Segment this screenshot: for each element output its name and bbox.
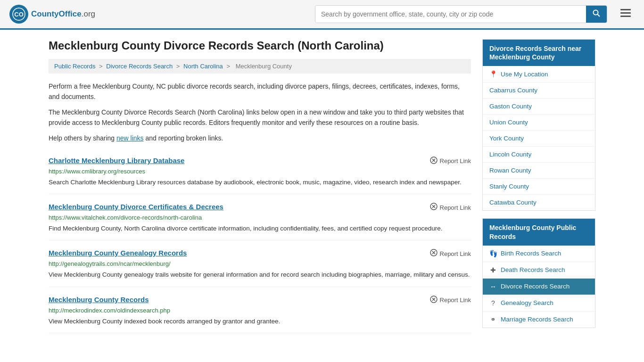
description-para1: Perform a free Mecklenburg County, NC pu…	[49, 81, 471, 102]
description-para2: The Mecklenburg County Divorce Records S…	[49, 107, 471, 128]
svg-rect-6	[620, 16, 631, 17]
breadcrumb-sep2: >	[176, 63, 182, 70]
search-bar	[315, 5, 607, 23]
public-record-item-3[interactable]: ? Genealogy Search	[483, 295, 595, 312]
report-link-3[interactable]: Report Link	[430, 296, 471, 305]
nearby-link-2[interactable]: Gaston County	[489, 103, 532, 110]
result-desc-2: View Mecklenburg County genealogy trails…	[49, 270, 471, 280]
breadcrumb-sep3: >	[226, 63, 231, 70]
public-records-section-header: Mecklenburg County Public Records	[483, 219, 595, 245]
logo-icon: CO	[9, 5, 28, 24]
pr-link-3[interactable]: Genealogy Search	[501, 299, 553, 306]
location-icon: 📍	[489, 70, 497, 78]
svg-rect-5	[620, 12, 631, 14]
result-header: Mecklenburg County Divorce Certificates …	[49, 203, 471, 212]
nearby-section-header: Divorce Records Search near Mecklenburg …	[483, 40, 595, 66]
nearby-link-6[interactable]: Rowan County	[489, 167, 531, 174]
nearby-link-0[interactable]: Use My Location	[501, 71, 548, 78]
report-icon-1	[430, 203, 438, 212]
result-desc-0: Search Charlotte Mecklenburg Library res…	[49, 178, 471, 187]
result-desc-3: View Mecklenburg County indexed book rec…	[49, 317, 471, 326]
report-icon-3	[430, 296, 438, 305]
result-url-2[interactable]: http://genealogytrails.com/ncar/mecklenb…	[49, 260, 471, 267]
nearby-items-container: 📍 Use My Location Cabarrus County Gaston…	[483, 66, 595, 210]
nearby-item-1[interactable]: Cabarrus County	[483, 82, 595, 99]
breadcrumb-public-records[interactable]: Public Records	[54, 63, 95, 70]
description-para3-suffix: and reporting broken links.	[144, 134, 223, 142]
nearby-item-8[interactable]: Catawba County	[483, 195, 595, 210]
search-input[interactable]	[315, 6, 586, 23]
content-area: Mecklenburg County Divorce Records Searc…	[49, 39, 471, 336]
pr-link-1[interactable]: Death Records Search	[501, 266, 565, 273]
public-record-item-1[interactable]: ✚ Death Records Search	[483, 262, 595, 279]
result-title-1[interactable]: Mecklenburg County Divorce Certificates …	[49, 203, 223, 211]
hamburger-icon	[620, 9, 631, 17]
result-header: Mecklenburg County Records Report Link	[49, 296, 471, 305]
new-links-link[interactable]: new links	[116, 134, 144, 142]
nearby-link-7[interactable]: Stanly County	[489, 183, 529, 190]
result-item: Mecklenburg County Divorce Certificates …	[49, 194, 471, 240]
result-url-0[interactable]: https://www.cmlibrary.org/resources	[49, 168, 471, 175]
result-desc-1: Find Mecklenburg County, North Carolina …	[49, 224, 471, 233]
report-link-2[interactable]: Report Link	[430, 249, 471, 258]
result-title-2[interactable]: Mecklenburg County Genealogy Records	[49, 249, 187, 257]
result-title-0[interactable]: Charlotte Mecklenburg Library Database	[49, 156, 184, 165]
result-header: Mecklenburg County Genealogy Records Rep…	[49, 249, 471, 258]
public-record-item-2[interactable]: ↔ Divorce Records Search	[483, 279, 595, 295]
report-icon-0	[430, 156, 438, 166]
nearby-link-4[interactable]: York County	[489, 135, 524, 142]
report-link-0[interactable]: Report Link	[430, 156, 471, 166]
nearby-link-8[interactable]: Catawba County	[489, 199, 537, 206]
nearby-item-0[interactable]: 📍 Use My Location	[483, 66, 595, 82]
result-item: Mecklenburg County Records Report Link h…	[49, 287, 471, 333]
nearby-section: Divorce Records Search near Mecklenburg …	[482, 39, 595, 211]
nearby-item-7[interactable]: Stanly County	[483, 179, 595, 195]
nearby-link-5[interactable]: Lincoln County	[489, 151, 531, 158]
pr-link-4[interactable]: Marriage Records Search	[501, 316, 573, 323]
nearby-link-3[interactable]: Union County	[489, 119, 528, 126]
sidebar: Divorce Records Search near Mecklenburg …	[482, 39, 595, 336]
report-icon-2	[430, 249, 438, 258]
search-icon	[593, 9, 600, 17]
nearby-link-1[interactable]: Cabarrus County	[489, 87, 537, 94]
breadcrumb: Public Records > Divorce Records Search …	[49, 59, 471, 74]
logo-link[interactable]: CO CountyOffice.org	[9, 5, 95, 24]
page-title: Mecklenburg County Divorce Records Searc…	[49, 39, 471, 52]
public-records-section: Mecklenburg County Public Records 👣 Birt…	[482, 218, 595, 328]
svg-point-2	[594, 10, 598, 15]
nearby-item-4[interactable]: York County	[483, 131, 595, 147]
svg-text:CO: CO	[14, 11, 24, 18]
search-button[interactable]	[586, 6, 607, 23]
result-url-1[interactable]: https://www.vitalchek.com/divorce-record…	[49, 214, 471, 221]
nearby-item-5[interactable]: Lincoln County	[483, 147, 595, 163]
results-container: Charlotte Mecklenburg Library Database R…	[49, 148, 471, 333]
breadcrumb-nc[interactable]: North Carolina	[183, 63, 223, 70]
pr-icon-1: ✚	[489, 266, 497, 274]
nearby-item-3[interactable]: Union County	[483, 115, 595, 131]
nearby-item-6[interactable]: Rowan County	[483, 163, 595, 179]
pr-icon-3: ?	[489, 299, 497, 307]
pr-link-0[interactable]: Birth Records Search	[501, 250, 561, 257]
breadcrumb-sep1: >	[99, 63, 104, 70]
pr-icon-4: ⚭	[489, 316, 497, 323]
breadcrumb-current: Mecklenburg County	[236, 63, 292, 70]
result-title-3[interactable]: Mecklenburg County Records	[49, 296, 149, 304]
description-para3: Help others by sharing new links and rep…	[49, 133, 471, 143]
pr-icon-0: 👣	[489, 250, 497, 257]
result-item: Mecklenburg County Genealogy Records Rep…	[49, 240, 471, 287]
pr-link-2[interactable]: Divorce Records Search	[501, 283, 570, 290]
public-records-container: 👣 Birth Records Search ✚ Death Records S…	[483, 246, 595, 328]
main-container: Mecklenburg County Divorce Records Searc…	[39, 30, 605, 345]
nearby-item-2[interactable]: Gaston County	[483, 99, 595, 115]
public-record-item-0[interactable]: 👣 Birth Records Search	[483, 246, 595, 262]
result-url-3[interactable]: http://meckrodindex.com/oldindexsearch.p…	[49, 307, 471, 314]
breadcrumb-divorce-records[interactable]: Divorce Records Search	[106, 63, 173, 70]
menu-button[interactable]	[617, 6, 635, 22]
report-link-1[interactable]: Report Link	[430, 203, 471, 212]
result-item: Charlotte Mecklenburg Library Database R…	[49, 148, 471, 194]
pr-icon-2: ↔	[489, 283, 497, 290]
logo-text: CountyOffice.org	[31, 9, 95, 19]
svg-line-3	[598, 15, 600, 17]
public-record-item-4[interactable]: ⚭ Marriage Records Search	[483, 312, 595, 328]
description-para3-prefix: Help others by sharing	[49, 134, 116, 142]
